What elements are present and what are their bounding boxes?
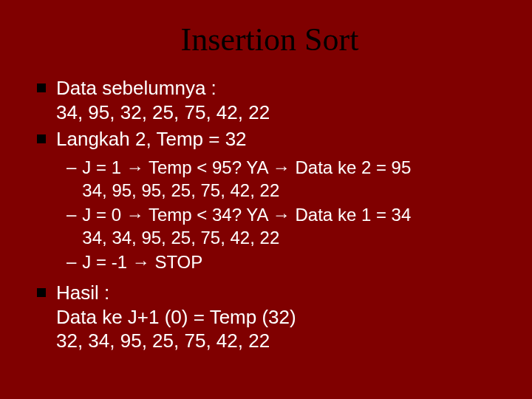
text-line: 34, 34, 95, 25, 75, 42, 22 [82,228,279,248]
bullet-text: Data sebelumnya : 34, 95, 32, 25, 75, 42… [56,76,270,124]
bullet-item: Data sebelumnya : 34, 95, 32, 25, 75, 42… [37,76,502,124]
square-bullet-icon [37,83,46,92]
dash-bullet-icon: – [66,250,76,273]
text-line: 32, 34, 95, 25, 75, 42, 22 [56,330,270,352]
sub-bullet-block: – J = 1 → Temp < 95? YA → Data ke 2 = 95… [66,156,502,274]
text-line: Langkah 2, Temp = 32 [56,128,247,150]
square-bullet-icon [37,134,46,143]
dash-bullet-icon: – [66,203,76,225]
text-line: J = 0 → Temp < 34? YA → Data ke 1 = 34 [82,205,411,225]
sub-bullet-text: J = -1 → STOP [82,250,202,273]
text-line: Data ke J+1 (0) = Temp (32) [56,306,296,328]
sub-bullet-item: – J = -1 → STOP [66,250,502,273]
sub-bullet-item: – J = 0 → Temp < 34? YA → Data ke 1 = 34… [66,203,502,249]
sub-bullet-item: – J = 1 → Temp < 95? YA → Data ke 2 = 95… [66,156,502,202]
text-line: Data sebelumnya : [56,77,216,99]
square-bullet-icon [37,288,46,297]
bullet-item: Langkah 2, Temp = 32 [37,127,502,151]
text-line: 34, 95, 95, 25, 75, 42, 22 [82,180,279,200]
slide-title: Insertion Sort [37,21,502,58]
sub-bullet-text: J = 1 → Temp < 95? YA → Data ke 2 = 95 3… [82,156,411,202]
text-line: Hasil : [56,282,109,304]
text-line: 34, 95, 32, 25, 75, 42, 22 [56,101,270,123]
sub-bullet-text: J = 0 → Temp < 34? YA → Data ke 1 = 34 3… [82,203,411,249]
bullet-text: Langkah 2, Temp = 32 [56,127,247,151]
bullet-text: Hasil : Data ke J+1 (0) = Temp (32) 32, … [56,281,296,353]
text-line: J = 1 → Temp < 95? YA → Data ke 2 = 95 [82,157,411,177]
dash-bullet-icon: – [66,156,76,178]
slide: Insertion Sort Data sebelumnya : 34, 95,… [0,0,532,399]
bullet-item: Hasil : Data ke J+1 (0) = Temp (32) 32, … [37,281,502,353]
text-line: J = -1 → STOP [82,252,202,272]
